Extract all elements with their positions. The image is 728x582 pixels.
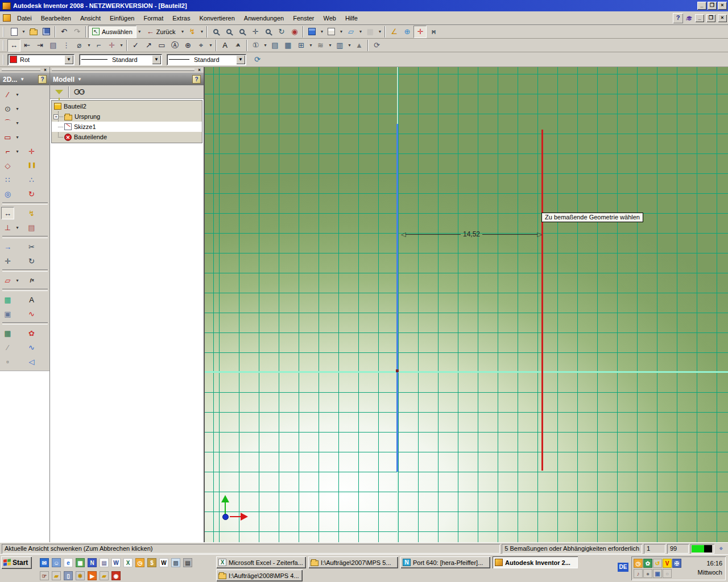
tree-item-part[interactable]: Bauteil2 xyxy=(52,101,202,111)
center-mark-dropdown-icon[interactable]: ▾ xyxy=(118,39,125,52)
parts-list-icon[interactable]: ▤ xyxy=(268,39,282,52)
table-icon[interactable]: ▦ xyxy=(282,39,295,52)
back-dropdown[interactable]: ▾ xyxy=(179,26,185,38)
toolbar-grip[interactable] xyxy=(3,27,6,37)
baseline-dimension-icon[interactable]: ⇤ xyxy=(20,39,34,52)
rotate-view-icon[interactable]: ⊕ xyxy=(400,26,413,38)
surface-texture-icon[interactable]: ✓ xyxy=(129,39,142,52)
insert-image-icon[interactable]: ▣ xyxy=(1,307,14,320)
balloon-dropdown-icon[interactable]: ▾ xyxy=(262,39,268,52)
tree-item-sketch[interactable]: Skizze1 xyxy=(52,122,202,132)
menu-item-konvertieren[interactable]: Konvertieren xyxy=(195,13,239,23)
tray-vshield-icon[interactable]: V xyxy=(663,559,672,568)
bend-note-icon[interactable]: ⌐ xyxy=(92,39,105,52)
tray-volume-icon[interactable]: ♪ xyxy=(634,569,643,578)
excel-link-icon[interactable]: ▦ xyxy=(1,327,14,339)
restore-button[interactable]: ❐ xyxy=(708,2,717,10)
shaded-display-dropdown-icon[interactable]: ▾ xyxy=(318,26,325,38)
lineweight-dropdown-arrow[interactable]: ▼ xyxy=(236,55,245,64)
ordinate-dimension-icon[interactable]: ▤ xyxy=(47,39,60,52)
leader-text-icon[interactable]: ∕A xyxy=(231,39,245,52)
rectangle-dropdown-icon[interactable]: ▾ xyxy=(14,131,20,143)
linetype-combobox[interactable]: Standard ▼ xyxy=(79,54,162,65)
perpendicular-constraint-dropdown-icon[interactable]: ▾ xyxy=(14,221,20,234)
project-geometry-dropdown-icon[interactable]: ▾ xyxy=(14,274,20,286)
feature-control-frame-dropdown-icon[interactable]: ▾ xyxy=(208,39,214,52)
look-at-icon[interactable]: ◉ xyxy=(288,26,301,38)
trim-icon[interactable]: ✂ xyxy=(25,240,38,253)
tolerance-frame-icon[interactable]: ▭ xyxy=(155,39,168,52)
media-player-icon[interactable]: ▶ xyxy=(88,571,97,580)
leader-icon[interactable]: ↗ xyxy=(142,39,155,52)
picture-viewer-icon[interactable]: ▨ xyxy=(171,558,180,567)
back-button[interactable]: ← Zurück xyxy=(143,26,180,38)
text-icon[interactable]: A xyxy=(218,39,231,52)
linetype-dropdown-arrow[interactable]: ▼ xyxy=(152,55,161,64)
wordpad-icon[interactable]: W xyxy=(159,558,168,567)
clock[interactable]: 16:16 Mittwoch xyxy=(698,556,726,580)
orbit-icon[interactable]: ↻ xyxy=(275,26,288,38)
task-button-folder-2007[interactable]: I:\Aufträge\2007\MPS 5... xyxy=(308,556,398,568)
internet-explorer-icon[interactable]: e xyxy=(64,558,73,567)
browser-close-icon[interactable]: x xyxy=(197,68,202,73)
browser-grip[interactable]: x xyxy=(50,67,204,73)
excel-icon[interactable]: X xyxy=(123,558,133,567)
surface-symbol-icon[interactable]: ▲ xyxy=(353,39,366,52)
zoom-icon[interactable] xyxy=(235,26,249,38)
palette-header[interactable]: 2D... ▼ ? xyxy=(0,73,49,85)
dimension-value[interactable]: 14,52 xyxy=(461,230,482,238)
project-geometry-icon[interactable]: ▱ xyxy=(1,274,14,286)
show-constraints-icon[interactable]: ▤ xyxy=(25,221,38,234)
new-file-icon[interactable] xyxy=(7,26,20,38)
custom-table-dropdown-icon[interactable]: ▾ xyxy=(346,39,353,52)
zoom-all-icon[interactable] xyxy=(209,26,222,38)
toolbar-grip[interactable] xyxy=(3,40,6,51)
rotate-icon[interactable]: ↻ xyxy=(25,255,38,267)
datum-identifier-icon[interactable]: Ⓐ xyxy=(168,39,181,52)
sketch-line-blue[interactable] xyxy=(396,124,398,472)
minimize-button[interactable]: _ xyxy=(697,2,706,10)
palette-help-icon[interactable]: ? xyxy=(38,75,47,84)
hole-note-dropdown-icon[interactable]: ▾ xyxy=(86,39,92,52)
extend-icon[interactable]: → xyxy=(1,240,14,253)
task-button-excel[interactable]: X Microsoft Excel - Zeiterfa... xyxy=(216,556,306,568)
tray-mouse-icon[interactable]: ● xyxy=(643,569,652,578)
new-file-dropdown-icon[interactable]: ▾ xyxy=(20,26,27,38)
tray-update-icon[interactable]: ○ xyxy=(663,569,672,578)
sketch-line-red[interactable] xyxy=(541,130,543,471)
balloon-icon[interactable]: ① xyxy=(249,39,262,52)
precise-input-icon[interactable]: ✛ xyxy=(413,26,427,38)
dimension-annotation[interactable]: ◁ 14,52 ▷ xyxy=(401,230,542,238)
help-button[interactable]: ? xyxy=(673,13,683,23)
power-tool-icon[interactable]: ◉ xyxy=(111,571,121,580)
hole-note-icon[interactable]: ⌀ xyxy=(73,39,86,52)
ordinate-set-icon[interactable]: ⋮ xyxy=(60,39,73,52)
browser-help-icon[interactable]: ? xyxy=(192,75,201,84)
hole-table-dropdown-icon[interactable]: ▾ xyxy=(308,39,314,52)
child-close-button[interactable]: × xyxy=(718,14,727,22)
menu-item-bearbeiten[interactable]: Bearbeiten xyxy=(36,13,76,23)
palette-dropdown-icon[interactable]: ▼ xyxy=(20,77,38,82)
caterpillar-dropdown-icon[interactable]: ▾ xyxy=(327,39,333,52)
component-display-dropdown-icon[interactable]: ▾ xyxy=(377,26,383,38)
tray-antivirus-icon[interactable]: ✿ xyxy=(643,559,652,568)
revision-tag-icon[interactable]: ⟳ xyxy=(370,39,383,52)
caterpillar-icon[interactable]: ≋ xyxy=(314,39,327,52)
tray-scheduler-icon[interactable]: ◷ xyxy=(634,559,643,568)
help-topics-icon[interactable]: 🎓︎ xyxy=(685,14,693,22)
text-icon[interactable]: A xyxy=(25,293,38,306)
sketch-icon[interactable]: ∠ xyxy=(387,26,400,38)
menu-item-datei[interactable]: Datei xyxy=(13,13,36,23)
move-rotate-icon[interactable]: ↻ xyxy=(25,188,38,200)
find-icon[interactable]: ⚆⚆ xyxy=(72,86,85,98)
arc-icon[interactable]: ⌒ xyxy=(1,117,14,129)
folder-icon[interactable]: ▰ xyxy=(52,571,61,580)
pan-icon[interactable]: ✛ xyxy=(249,26,262,38)
rectangle-icon[interactable]: ▭ xyxy=(1,131,14,143)
netmeeting-icon[interactable]: N xyxy=(88,558,97,567)
rectangular-pattern-icon[interactable]: ∷ xyxy=(1,173,14,186)
tray-norton-icon[interactable]: ↺ xyxy=(653,559,662,568)
word-icon[interactable]: W xyxy=(111,558,121,567)
spline-tools-icon[interactable]: ∿ xyxy=(25,341,38,354)
circle-dropdown-icon[interactable]: ▾ xyxy=(14,102,20,115)
